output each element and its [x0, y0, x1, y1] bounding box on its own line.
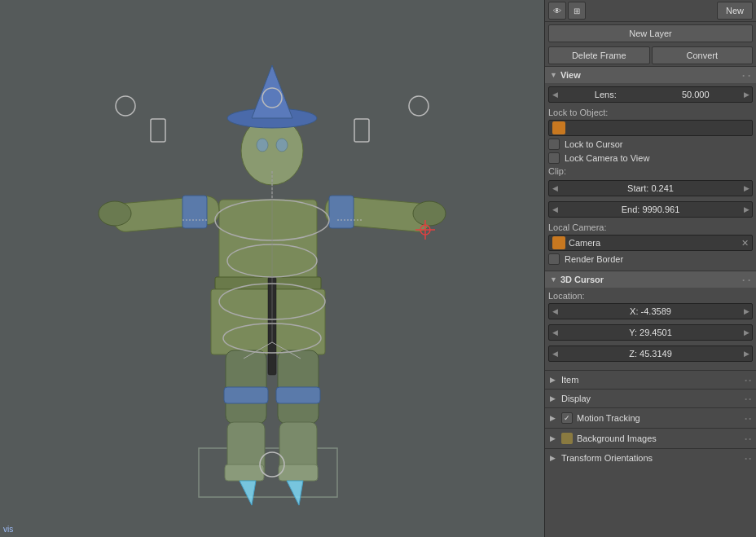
item-triangle-icon: ▶ — [550, 376, 558, 384]
character-display — [0, 0, 544, 537]
cursor-section-dots: • • — [742, 276, 751, 284]
new-layer-button[interactable]: New Layer — [548, 24, 753, 42]
x-arrow-left[interactable]: ◀ — [549, 304, 560, 319]
y-arrow-right[interactable]: ▶ — [741, 325, 752, 340]
y-coord-slider[interactable]: ◀ Y: 29.4501 ▶ — [548, 324, 753, 341]
svg-point-11 — [99, 201, 131, 226]
grid-icon-btn[interactable]: ⊞ — [568, 2, 586, 20]
y-coord-row: ◀ Y: 29.4501 ▶ — [548, 324, 753, 343]
view-icon-btn[interactable]: 👁 — [548, 2, 566, 20]
convert-button[interactable]: Convert — [652, 46, 754, 64]
lens-arrow-left[interactable]: ◀ — [549, 87, 560, 102]
lens-arrow-right[interactable]: ▶ — [741, 87, 752, 102]
background-images-section-header[interactable]: ▶ Background Images • • — [545, 428, 756, 448]
display-triangle-icon: ▶ — [550, 394, 558, 403]
location-label-row: Location: — [548, 291, 753, 301]
motion-tracking-triangle-icon: ▶ — [550, 414, 558, 422]
lock-camera-row[interactable]: Lock Camera to View — [548, 152, 753, 164]
viewport[interactable]: vis — [0, 0, 544, 537]
x-arrow-right[interactable]: ▶ — [741, 304, 752, 319]
x-value: X: -4.3589 — [560, 306, 741, 316]
background-images-icon — [561, 433, 573, 444]
clip-start-arrow-left[interactable]: ◀ — [549, 181, 560, 196]
motion-tracking-section-title: Motion Tracking — [577, 413, 640, 423]
render-border-label: Render Border — [565, 254, 623, 264]
svg-point-7 — [276, 139, 288, 152]
view-section-content: ◀ Lens: 50.000 ▶ Lock to Object: Lock to… — [545, 83, 756, 271]
cursor-section-header[interactable]: ▼ 3D Cursor • • — [545, 271, 756, 288]
lock-object-field-row — [548, 120, 753, 136]
right-panel: 👁 ⊞ New New Layer Delete Frame Convert ▼… — [544, 0, 756, 537]
item-section-title: Item — [561, 375, 578, 385]
cursor-section-title: 3D Cursor — [560, 275, 604, 284]
view-triangle-icon: ▼ — [550, 71, 557, 79]
bg-images-dots: • • — [745, 435, 751, 442]
transform-dots: • • — [745, 455, 751, 462]
motion-tracking-section-header[interactable]: ▶ ✓ Motion Tracking • • — [545, 407, 756, 428]
svg-point-6 — [257, 139, 268, 152]
z-arrow-right[interactable]: ▶ — [741, 346, 752, 361]
transform-orientations-section-title: Transform Orientations — [561, 453, 653, 463]
character-svg — [77, 24, 468, 513]
clip-end-arrow-left[interactable]: ◀ — [549, 202, 560, 217]
view-section-header[interactable]: ▼ View • • — [545, 66, 756, 83]
lens-row: ◀ Lens: 50.000 ▶ — [548, 86, 753, 105]
svg-point-14 — [413, 201, 446, 226]
svg-rect-15 — [329, 196, 354, 228]
lock-camera-checkbox[interactable] — [548, 152, 560, 164]
transform-triangle-icon: ▶ — [550, 454, 558, 462]
svg-rect-12 — [182, 196, 207, 228]
clip-end-row: ◀ End: 9990.961 ▶ — [548, 201, 753, 220]
lock-object-field[interactable] — [548, 120, 753, 136]
clip-start-slider[interactable]: ◀ Start: 0.241 ▶ — [548, 180, 753, 196]
lock-cursor-row[interactable]: Lock to Cursor — [548, 139, 753, 150]
z-coord-row: ◀ Z: 45.3149 ▶ — [548, 346, 753, 364]
lens-slider[interactable]: ◀ Lens: 50.000 ▶ — [548, 86, 753, 103]
camera-clear-icon[interactable]: ✕ — [741, 238, 749, 249]
camera-icon — [552, 236, 565, 249]
local-camera-label-row: Local Camera: — [548, 222, 753, 232]
item-section-header[interactable]: ▶ Item • • — [545, 370, 756, 389]
delete-frame-button[interactable]: Delete Frame — [548, 46, 650, 64]
clip-start-row: ◀ Start: 0.241 ▶ — [548, 180, 753, 199]
clip-label-row: Clip: — [548, 166, 753, 178]
z-value: Z: 45.3149 — [560, 349, 741, 359]
action-row: Delete Frame Convert — [545, 45, 756, 66]
lens-value: Lens: — [560, 90, 651, 99]
render-border-row[interactable]: Render Border — [548, 253, 753, 265]
view-section-title: View — [560, 70, 581, 80]
svg-rect-18 — [224, 387, 268, 403]
svg-rect-23 — [276, 387, 320, 403]
lock-cursor-checkbox[interactable] — [548, 139, 560, 150]
x-coord-row: ◀ X: -4.3589 ▶ — [548, 303, 753, 322]
x-coord-slider[interactable]: ◀ X: -4.3589 ▶ — [548, 303, 753, 319]
lock-object-row: Lock to Object: — [548, 108, 753, 117]
clip-end-arrow-right[interactable]: ▶ — [741, 202, 752, 217]
camera-field[interactable]: Camera ✕ — [548, 235, 753, 251]
z-coord-slider[interactable]: ◀ Z: 45.3149 ▶ — [548, 346, 753, 362]
clip-label: Clip: — [548, 166, 566, 176]
svg-rect-19 — [225, 464, 264, 481]
camera-field-row: Camera ✕ — [548, 235, 753, 251]
clip-end-slider[interactable]: ◀ End: 9990.961 ▶ — [548, 201, 753, 218]
lock-camera-label: Lock Camera to View — [565, 153, 649, 163]
clip-start-arrow-right[interactable]: ▶ — [741, 181, 752, 196]
clip-start-value: Start: 0.241 — [560, 183, 741, 193]
z-arrow-left[interactable]: ◀ — [549, 346, 560, 361]
render-border-checkbox[interactable] — [548, 253, 560, 265]
icon-toolbar: 👁 ⊞ New — [545, 0, 756, 22]
display-section-header[interactable]: ▶ Display • • — [545, 389, 756, 407]
camera-value: Camera — [569, 238, 600, 248]
background-images-section-title: Background Images — [577, 434, 657, 443]
display-section-title: Display — [561, 394, 591, 403]
viewport-label: vis — [3, 525, 13, 534]
cursor-triangle-icon: ▼ — [550, 275, 557, 284]
display-dots: • • — [745, 395, 751, 403]
lens-number: 50.000 — [651, 90, 741, 99]
local-camera-label: Local Camera: — [548, 222, 618, 232]
object-icon — [552, 121, 565, 134]
transform-orientations-section-header[interactable]: ▶ Transform Orientations • • — [545, 448, 756, 467]
y-arrow-left[interactable]: ◀ — [549, 325, 560, 340]
motion-tracking-checkbox-icon[interactable]: ✓ — [561, 412, 573, 424]
new-button[interactable]: New — [717, 2, 753, 20]
